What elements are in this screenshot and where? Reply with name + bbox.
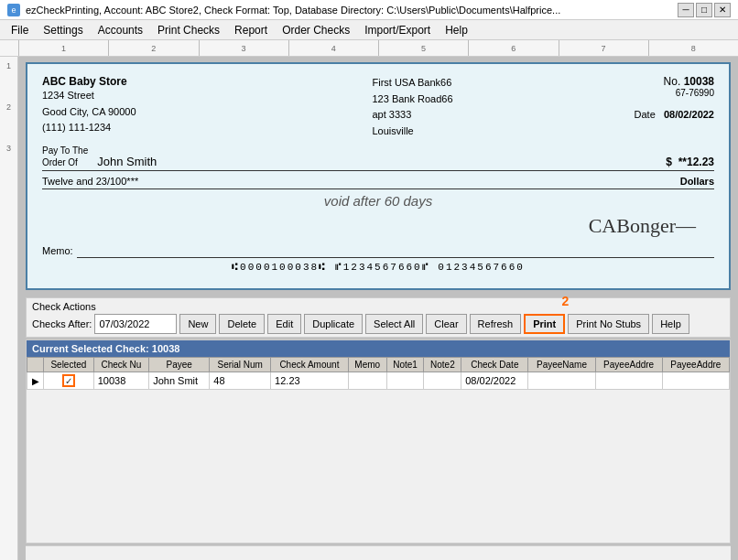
row-note1 [386, 372, 424, 390]
col-serial-num: Serial Num [210, 358, 271, 372]
check-no-label: No. 10038 [635, 75, 714, 88]
bank-info: First USA Bank66 123 Bank Road66 apt 333… [372, 75, 452, 139]
table-section: Current Selected Check: 10038 Selected C… [26, 339, 731, 544]
ruler-mark-7: 7 [559, 40, 648, 57]
ruler-mark-4: 4 [288, 40, 378, 57]
menu-print-checks[interactable]: Print Checks [150, 22, 227, 38]
col-payee: Payee [149, 358, 210, 372]
col-selected: Selected [44, 358, 94, 372]
print-wrapper: Print 2 [524, 314, 565, 334]
ruler-mark-2: 2 [108, 40, 198, 57]
ruler-mark-1: 1 [18, 40, 108, 57]
dollars-label: Dollars [680, 176, 714, 187]
check-amount: $ **12.23 [666, 156, 714, 168]
row-check-date: 08/02/2022 [461, 372, 528, 390]
memo-underline [77, 243, 714, 258]
close-button[interactable]: ✕ [714, 3, 731, 17]
left-ruler-1: 1 [6, 61, 11, 70]
ruler-mark-3: 3 [199, 40, 288, 57]
title-controls: ─ □ ✕ [678, 3, 731, 17]
row-selected-cell[interactable]: ✓ 1 [44, 372, 94, 390]
menu-help[interactable]: Help [438, 22, 475, 38]
ruler-mark-8: 8 [648, 40, 738, 57]
title-bar: e ezCheckPrinting, Account: ABC Store2, … [0, 0, 738, 20]
main-content: 1 2 3 ABC Baby Store 1234 Street Good Ci… [0, 57, 738, 560]
table-row[interactable]: ▶ ✓ 1 10038 John Smit 48 12.23 [27, 372, 730, 390]
menu-import-export[interactable]: Import/Export [357, 22, 438, 38]
menu-bar: File Settings Accounts Print Checks Repo… [0, 20, 738, 40]
row-payee-addr1 [595, 372, 662, 390]
check-preview: ABC Baby Store 1234 Street Good City, CA… [26, 62, 731, 290]
col-check-amount: Check Amount [271, 358, 349, 372]
check-date: Date 08/02/2022 [635, 109, 714, 120]
payee-name: John Smith [93, 155, 666, 168]
new-button[interactable]: New [179, 314, 216, 334]
checks-after-label: Checks After: [32, 318, 92, 329]
clear-button[interactable]: Clear [426, 314, 466, 334]
menu-accounts[interactable]: Accounts [91, 22, 150, 38]
row-payee: John Smit [149, 372, 210, 390]
check-actions: Check Actions Checks After: New Delete E… [26, 297, 731, 338]
menu-report[interactable]: Report [227, 22, 275, 38]
row-arrow: ▶ [27, 372, 44, 390]
row-serial-num: 48 [210, 372, 271, 390]
check-actions-label: Check Actions [32, 301, 724, 312]
row-payee-addr2 [662, 372, 729, 390]
void-text: void after 60 days [42, 193, 714, 209]
help-button[interactable]: Help [652, 314, 689, 334]
row-amount: 12.23 [271, 372, 349, 390]
table-section-header: Current Selected Check: 10038 [27, 340, 730, 357]
bottom-scroll-area[interactable] [26, 545, 731, 560]
amount-words-line: Twelve and 23/100*** Dollars [42, 173, 714, 189]
routing-number: 67-76990 [635, 88, 714, 98]
left-ruler-2: 2 [6, 102, 11, 112]
company-name: ABC Baby Store [42, 75, 136, 88]
row-payee-name [528, 372, 595, 390]
ruler-mark-5: 5 [378, 40, 468, 57]
print-button[interactable]: Print [524, 314, 565, 334]
annotation-badge-2: 2 [561, 294, 569, 308]
menu-settings[interactable]: Settings [36, 22, 90, 38]
title-text: ezCheckPrinting, Account: ABC Store2, Ch… [26, 5, 560, 16]
checks-table: Selected Check Nu Payee Serial Num Check… [27, 357, 730, 390]
ruler-mark-6: 6 [468, 40, 558, 57]
col-payee-addr1: PayeeAddre [595, 358, 662, 372]
edit-button[interactable]: Edit [267, 314, 301, 334]
signature-section: CABonger— [42, 212, 714, 240]
refresh-button[interactable]: Refresh [470, 314, 522, 334]
select-all-button[interactable]: Select All [365, 314, 423, 334]
table-header-row: Selected Check Nu Payee Serial Num Check… [27, 358, 730, 372]
col-payee-addr2: PayeeAddre [662, 358, 729, 372]
ruler: 1 2 3 4 5 6 7 8 [0, 40, 738, 57]
print-no-stubs-button[interactable]: Print No Stubs [568, 314, 649, 334]
col-check-nu: Check Nu [93, 358, 148, 372]
row-note2 [424, 372, 461, 390]
memo-line: Memo: [42, 243, 714, 258]
menu-order-checks[interactable]: Order Checks [275, 22, 357, 38]
col-note2: Note2 [424, 358, 461, 372]
col-memo: Memo [348, 358, 386, 372]
row-check-number: 10038 [93, 372, 148, 390]
menu-file[interactable]: File [4, 22, 36, 38]
company-info: ABC Baby Store 1234 Street Good City, CA… [42, 75, 136, 139]
maximize-button[interactable]: □ [696, 3, 712, 17]
signature: CABonger— [570, 212, 714, 240]
col-note1: Note1 [386, 358, 424, 372]
table-container[interactable]: Selected Check Nu Payee Serial Num Check… [27, 357, 730, 390]
row-checkbox[interactable]: ✓ 1 [62, 374, 75, 387]
annotation-badge-1: 1 [64, 389, 71, 390]
pay-to-label: Pay To The Order Of [42, 145, 88, 168]
micr-line: ⑆0000100038⑆ ⑈1234567660⑈ 01234567660 [42, 262, 714, 273]
row-memo [348, 372, 386, 390]
check-number-section: No. 10038 67-76990 Date 08/02/2022 [635, 75, 714, 139]
left-ruler-3: 3 [6, 144, 11, 153]
company-address: 1234 Street Good City, CA 90000 (111) 11… [42, 88, 136, 136]
minimize-button[interactable]: ─ [678, 3, 694, 17]
checks-after-input[interactable] [94, 314, 177, 334]
duplicate-button[interactable]: Duplicate [304, 314, 363, 334]
left-ruler: 1 2 3 [0, 57, 18, 560]
app-icon: e [7, 4, 20, 16]
delete-button[interactable]: Delete [219, 314, 265, 334]
col-check-date: Check Date [461, 358, 528, 372]
actions-row: Checks After: New Delete Edit Duplicate … [32, 314, 724, 334]
